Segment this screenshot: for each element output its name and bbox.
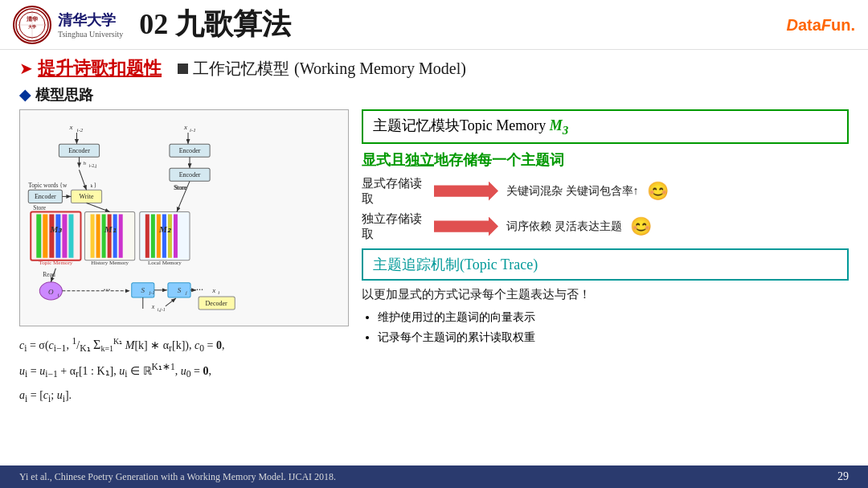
svg-rect-43 (96, 214, 100, 257)
feature2-result: 词序依赖 灵活表达主题 (506, 219, 622, 234)
svg-text:M₁: M₁ (104, 224, 117, 234)
trace-desc: 以更加显式的方式记录每个主题表达与否！ (362, 287, 849, 302)
svg-text:x: x (211, 286, 215, 294)
svg-text:i-2: i-2 (76, 127, 83, 133)
emoji-2: 😊 (630, 216, 652, 237)
svg-text:x: x (183, 123, 187, 131)
explicit-text: 显式且独立地存储每一个主题词 (362, 152, 564, 168)
svg-rect-53 (162, 214, 166, 257)
svg-rect-44 (102, 214, 106, 257)
emoji-1: 😊 (647, 181, 669, 202)
logo-area: 清华 大学 清华大学 Tsinghua University (13, 6, 123, 44)
feature1-result: 关键词混杂 关键词包含率↑ (506, 184, 639, 199)
footer-page: 29 (837, 470, 849, 483)
topic-memory-en: M3 (550, 117, 569, 133)
main-content: ➤ 提升诗歌扣题性 工作记忆模型 (Working Memory Model) … (0, 50, 868, 416)
formula-area: ci = σ(ci−1, 1/K₁ Σk=1K₁ M[k] ∗ αr[k]), … (19, 333, 349, 408)
square-bullet (178, 64, 188, 74)
svg-line-85 (79, 170, 86, 190)
svg-text:x: x (151, 303, 155, 310)
svg-text:i-1: i-1 (190, 127, 196, 133)
working-memory-en: (Working Memory Model) (294, 59, 466, 78)
left-column: x i-2 Encoder h i-2,j Topic words {w k (19, 109, 349, 409)
svg-text:i,j-1: i,j-1 (158, 307, 166, 312)
svg-text:Encoder: Encoder (35, 193, 56, 200)
svg-text:O: O (48, 288, 54, 296)
bullet-list: 维护使用过的主题词的向量表示 记录每个主题词的累计读取权重 (362, 307, 849, 347)
svg-text:j: j (185, 290, 187, 295)
arrow-right-1 (434, 182, 498, 201)
svg-text:Encoder: Encoder (179, 171, 201, 178)
svg-text:j-1: j-1 (149, 290, 155, 295)
svg-rect-54 (168, 214, 172, 257)
topic-memory-box: 主题记忆模块Topic Memory M3 (362, 109, 849, 144)
topic-trace-box: 主题追踪机制(Topic Trace) (362, 248, 849, 281)
svg-text:Local Memory: Local Memory (148, 260, 182, 266)
svg-text:i-2,j: i-2,j (89, 163, 97, 168)
svg-text:S: S (141, 286, 145, 294)
svg-rect-39 (68, 214, 73, 257)
diagram-box: x i-2 Encoder h i-2,j Topic words {w k (19, 109, 349, 326)
topic-memory-title: 主题记忆模块Topic Memory M3 (373, 117, 568, 133)
svg-text:i: i (218, 289, 219, 296)
svg-text:i: i (57, 292, 59, 298)
section-arrow-item: ➤ 提升诗歌扣题性 (19, 56, 162, 80)
feature1-label: 显式存储读取 (362, 176, 426, 207)
bullet-item-2: 记录每个主题词的累计读取权重 (378, 327, 849, 347)
svg-text:M₃: M₃ (49, 224, 63, 234)
svg-text:Store: Store (174, 184, 188, 191)
arrow-symbol: ➤ (19, 59, 33, 78)
model-thought-label: 模型思路 (35, 85, 93, 105)
page-title: 02 九歌算法 (139, 5, 786, 44)
svg-text:···: ··· (104, 284, 111, 295)
architecture-diagram: x i-2 Encoder h i-2,j Topic words {w k (25, 115, 343, 321)
svg-text:x: x (68, 123, 72, 131)
working-memory-label: 工作记忆模型 (193, 58, 289, 80)
arrow-right-2 (434, 217, 498, 236)
formula-line-3: ai = [ci; ui]. (19, 385, 349, 408)
datafun-logo: DataFun. (786, 14, 855, 35)
svg-text:History Memory: History Memory (91, 260, 129, 266)
svg-text:Topic words {w: Topic words {w (28, 182, 68, 189)
topic-memory-cn: 主题记忆模块Topic Memory (373, 117, 550, 133)
bullet-item-1: 维护使用过的主题词的向量表示 (378, 307, 849, 327)
svg-line-79 (166, 298, 176, 306)
svg-rect-50 (145, 214, 149, 257)
svg-rect-47 (119, 214, 123, 257)
svg-rect-51 (151, 214, 155, 257)
svg-rect-38 (62, 214, 67, 257)
svg-text:S: S (178, 286, 182, 294)
svg-text:Topic Memory: Topic Memory (39, 260, 72, 266)
svg-rect-42 (91, 214, 95, 257)
logo-text: 清华大学 Tsinghua University (58, 10, 123, 39)
feature-row-2: 独立存储读取 词序依赖 灵活表达主题 😊 (362, 211, 849, 242)
svg-text:Decoder: Decoder (206, 300, 227, 307)
logo-en: Tsinghua University (58, 30, 123, 39)
svg-rect-45 (108, 214, 112, 257)
header: 清华 大学 清华大学 Tsinghua University 02 九歌算法 D… (0, 0, 868, 50)
svg-text:Encoder: Encoder (179, 147, 201, 154)
svg-text:}: } (94, 182, 97, 189)
svg-rect-37 (55, 214, 60, 257)
two-col-layout: x i-2 Encoder h i-2,j Topic words {w k (19, 109, 849, 409)
diamond-icon: ◆ (19, 86, 31, 104)
svg-text:清华: 清华 (27, 15, 39, 23)
working-memory-item: 工作记忆模型 (Working Memory Model) (178, 58, 466, 80)
section-header: ➤ 提升诗歌扣题性 工作记忆模型 (Working Memory Model) (19, 56, 849, 80)
svg-rect-55 (174, 214, 178, 257)
svg-text:Encoder: Encoder (68, 147, 90, 154)
svg-text:Store: Store (33, 204, 47, 211)
svg-text:M₂: M₂ (158, 224, 172, 234)
svg-rect-35 (43, 214, 47, 257)
svg-text:···: ··· (196, 284, 203, 295)
footer: Yi et al., Chinese Poetry Generation wit… (0, 465, 868, 488)
svg-rect-34 (36, 214, 41, 257)
formula-line-2: ui = ui−1 + αr[1 : K₁], ui ∈ ℝK₁∗1, u0 =… (19, 359, 349, 383)
footer-citation: Yi et al., Chinese Poetry Generation wit… (19, 471, 336, 483)
feature2-label: 独立存储读取 (362, 211, 426, 242)
model-thought: ◆ 模型思路 (19, 85, 849, 105)
explicit-line: 显式且独立地存储每一个主题词 (362, 150, 849, 170)
svg-text:Write: Write (80, 193, 94, 200)
svg-rect-46 (113, 214, 117, 257)
svg-line-84 (87, 203, 110, 211)
